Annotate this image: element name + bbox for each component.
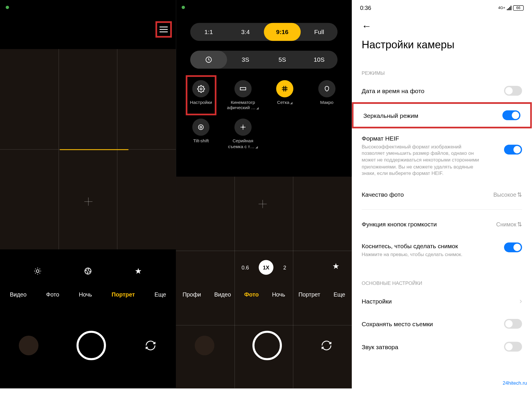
ratio-1:1[interactable]: 1:1 <box>190 23 227 41</box>
camera-pane-photo: 1:13:49:16Full 3S5S10S НастройкиКинемато… <box>176 0 352 388</box>
shutter-button[interactable] <box>77 331 106 360</box>
row-tap-to-shoot[interactable]: Коснитесь, чтобы сделать снимок Нажмите … <box>352 236 532 264</box>
tool-target[interactable]: Tilt-shift <box>180 115 222 153</box>
camera-pane-portrait: ВидеоФотоНочьПортретЕще <box>0 0 176 388</box>
back-arrow-icon[interactable]: ← <box>362 20 372 32</box>
ratio-9:16[interactable]: 9:16 <box>264 23 301 41</box>
target-icon <box>192 119 210 136</box>
tool-label: Макро <box>320 100 333 105</box>
tool-label: Настройки <box>190 100 212 105</box>
settings-pane: 0:36 4G+ 66 ← Настройки камеры РЕЖИМЫ Да… <box>352 0 532 388</box>
toggle-date[interactable] <box>504 86 522 96</box>
toggle-tap[interactable] <box>504 242 522 252</box>
viewfinder[interactable] <box>0 49 176 249</box>
mode-Фото[interactable]: Фото <box>243 291 260 297</box>
toggle-location[interactable] <box>504 319 522 329</box>
gallery-thumbnail[interactable] <box>195 336 214 355</box>
watermark: 24hitech.ru <box>503 380 527 386</box>
camera-active-dot-icon <box>182 6 185 9</box>
battery-icon: 66 <box>513 5 524 10</box>
mode-Портрет[interactable]: Портрет <box>110 291 137 297</box>
mode-Портрет[interactable]: Портрет <box>297 291 322 297</box>
mode-Ночь[interactable]: Ночь <box>77 291 93 297</box>
row-heif[interactable]: Формат HEIF Высокоэффективный формат изо… <box>352 128 532 183</box>
shutter-row <box>176 327 352 364</box>
timer-3S[interactable]: 3S <box>227 51 264 69</box>
film-icon <box>234 80 252 97</box>
mode-Фото[interactable]: Фото <box>45 291 61 297</box>
mode-Видео[interactable]: Видео <box>213 291 233 297</box>
burst-icon <box>234 119 252 136</box>
svg-point-7 <box>242 127 243 128</box>
toggle-heif[interactable] <box>504 145 522 155</box>
svg-point-3 <box>200 88 202 90</box>
shutter-button[interactable] <box>252 331 282 360</box>
camera-active-dot-icon <box>6 6 9 9</box>
gallery-thumbnail[interactable] <box>19 336 38 355</box>
zoom-1X[interactable]: 1X <box>259 260 274 275</box>
signal-icon <box>507 5 511 10</box>
zoom-2[interactable]: 2 <box>283 264 286 270</box>
shutter-row <box>0 327 176 364</box>
tool-burst[interactable]: Серийная съемка с т…◢ <box>222 115 264 153</box>
tools-grid: НастройкиКинематогр афический …◢Сетка◢Ма… <box>180 76 348 153</box>
timer-5S[interactable]: 5S <box>264 51 301 69</box>
horizon-line-icon <box>60 149 128 150</box>
row-shutter-sound[interactable]: Звук затвора <box>352 335 532 358</box>
tool-label: Серийная съемка с т…◢ <box>227 138 259 149</box>
row-quality[interactable]: Качество фото Высокое⇅ <box>352 183 532 206</box>
tool-label: Кинематогр афический …◢ <box>227 100 259 111</box>
clock-text: 0:36 <box>360 4 371 11</box>
tool-label: Сетка◢ <box>277 100 293 105</box>
toggle-sound[interactable] <box>504 342 522 352</box>
row-volume-keys[interactable]: Функция кнопок громкости Снимок⇅ <box>352 213 532 236</box>
svg-point-6 <box>200 126 202 128</box>
network-label: 4G+ <box>498 6 505 10</box>
section-header-modes: РЕЖИМЫ <box>352 70 532 76</box>
effects-star-icon[interactable] <box>332 262 340 270</box>
focus-indicator-icon <box>259 200 267 208</box>
toggle-mirror[interactable] <box>502 110 520 120</box>
aspect-ratio-selector[interactable]: 1:13:49:16Full <box>190 23 337 41</box>
row-nav-settings[interactable]: Настройки › <box>352 290 532 313</box>
mode-selector: ПрофиВидеоФотоНочьПортретЕще <box>176 286 352 303</box>
ratio-Full[interactable]: Full <box>301 23 337 41</box>
flip-camera-icon[interactable] <box>320 339 333 352</box>
gear-icon <box>192 80 210 97</box>
mode-Еще[interactable]: Еще <box>153 291 168 297</box>
mode-Еще[interactable]: Еще <box>332 291 347 297</box>
brightness-icon[interactable] <box>31 265 44 277</box>
timer-clock-icon[interactable] <box>190 51 227 69</box>
timer-selector[interactable]: 3S5S10S <box>190 51 337 69</box>
mode-selector: ВидеоФотоНочьПортретЕще <box>0 286 176 303</box>
hamburger-highlight <box>155 21 172 38</box>
aperture-icon[interactable] <box>82 265 94 277</box>
effects-star-icon[interactable] <box>132 265 144 277</box>
mode-Ночь[interactable]: Ночь <box>271 291 287 297</box>
focus-indicator-icon <box>84 197 93 205</box>
macro-icon <box>318 80 335 97</box>
flip-camera-icon[interactable] <box>144 339 157 352</box>
mode-Профи[interactable]: Профи <box>181 291 202 297</box>
menu-icon[interactable] <box>160 26 168 32</box>
tool-gear[interactable]: Настройки <box>180 76 222 115</box>
tool-grid[interactable]: Сетка◢ <box>264 76 306 115</box>
mode-Видео[interactable]: Видео <box>8 291 28 297</box>
svg-point-5 <box>199 125 204 130</box>
tool-film[interactable]: Кинематогр афический …◢ <box>222 76 264 115</box>
settings-list[interactable]: РЕЖИМЫ Дата и время на фото Зеркальный р… <box>352 61 532 388</box>
zoom-0.6[interactable]: 0.6 <box>241 264 249 270</box>
row-date-on-photo[interactable]: Дата и время на фото <box>352 79 532 102</box>
quick-controls <box>0 261 176 281</box>
updown-icon: ⇅ <box>517 221 522 228</box>
page-title: Настройки камеры <box>362 38 454 51</box>
updown-icon: ⇅ <box>517 191 522 198</box>
timer-10S[interactable]: 10S <box>301 51 337 69</box>
section-header-main: ОСНОВНЫЕ НАСТРОЙКИ <box>352 281 532 286</box>
divider <box>362 209 522 210</box>
row-mirror-mode[interactable]: Зеркальный режим <box>352 102 532 128</box>
row-save-location[interactable]: Сохранять место съемки <box>352 313 532 336</box>
ratio-3:4[interactable]: 3:4 <box>227 23 264 41</box>
zoom-selector[interactable]: 0.61X2 <box>241 260 286 275</box>
tool-macro[interactable]: Макро <box>306 76 348 115</box>
